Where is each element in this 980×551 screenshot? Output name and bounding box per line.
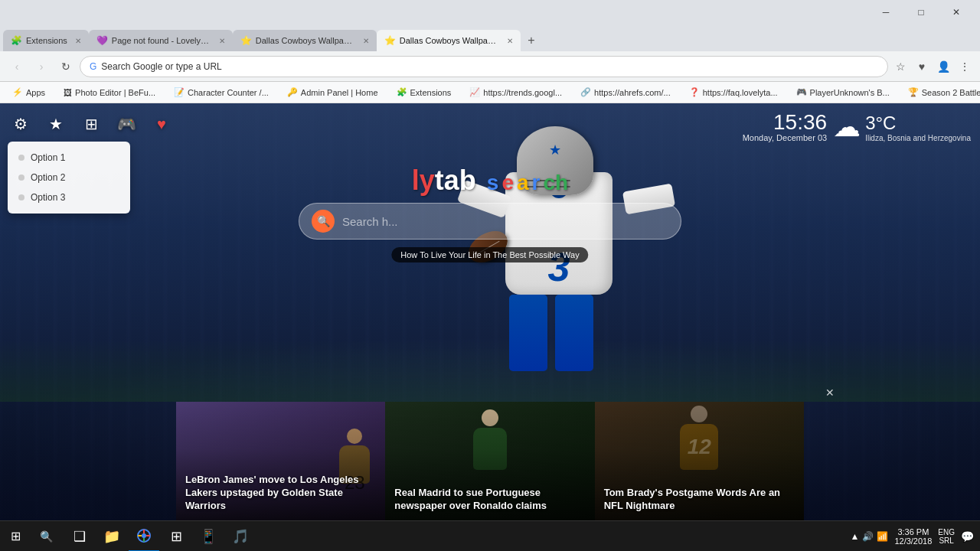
dropdown-item-1[interactable]: Option 1 xyxy=(8,148,130,168)
bookmark-icon-ahrefs: 🔗 xyxy=(580,87,591,97)
tab-close-extensions[interactable]: ✕ xyxy=(75,37,81,45)
cloud-icon: ☁ xyxy=(833,111,861,143)
start-button[interactable]: ⊞ xyxy=(0,521,31,552)
bookmark-icon-char: 📝 xyxy=(174,87,185,97)
new-tab-button[interactable]: + xyxy=(521,30,542,51)
taskbar-app1[interactable]: ⊞ xyxy=(161,521,191,552)
menu-icon[interactable]: ⋮ xyxy=(956,57,974,76)
tab-lovelytab[interactable]: 💜 Page not found - Lovely Tab ✕ xyxy=(89,30,233,51)
notification-icon[interactable]: 💬 xyxy=(961,530,974,543)
news-content-2: Real Madrid to sue Portuguese newspaper … xyxy=(385,479,594,520)
pants-left xyxy=(509,295,547,371)
lytab-logo-text: lytab search xyxy=(412,165,568,197)
bookmark-star-icon[interactable]: ☆ xyxy=(891,57,910,76)
bookmark-ahrefs[interactable]: 🔗 https://ahrefs.com/... xyxy=(574,86,677,99)
close-button[interactable]: ✕ xyxy=(939,0,974,24)
task-view-button[interactable]: ❑ xyxy=(64,521,95,552)
tab-extensions[interactable]: 🧩 Extensions ✕ xyxy=(3,30,89,51)
forward-button[interactable]: › xyxy=(31,56,52,77)
tab-cowboys2-active[interactable]: ⭐ Dallas Cowboys Wallpaper HD & Ne... ✕ xyxy=(377,30,521,51)
search-icon: 🔍 xyxy=(312,210,335,233)
weather-widget: 15:36 Monday, December 03 ☁ 3°C Ilidza, … xyxy=(743,111,971,143)
bookmark-trends[interactable]: 📈 https://trends.googl... xyxy=(463,86,568,99)
taskbar-clock: 3:36 PM 12/3/2018 xyxy=(894,527,932,546)
heart-icon[interactable]: ♥ xyxy=(913,57,931,76)
bookmark-label-apps: Apps xyxy=(26,88,45,97)
tab-close-cowboys2[interactable]: ✕ xyxy=(507,37,513,45)
news-card-3[interactable]: 12 Tom Brady's Postgame Words Are an NFL… xyxy=(595,402,804,520)
reload-button[interactable]: ↻ xyxy=(55,56,77,77)
back-button[interactable]: ‹ xyxy=(6,56,28,77)
bookmark-icon-ext: 🧩 xyxy=(397,87,407,97)
minimize-button[interactable]: ─ xyxy=(868,0,903,24)
logo-ly: ly xyxy=(412,165,435,196)
chrome-button[interactable] xyxy=(129,521,159,552)
network-icon[interactable]: 📶 xyxy=(877,531,888,542)
taskbar-app2[interactable]: 📱 xyxy=(193,521,224,552)
favorites-icon[interactable]: ★ xyxy=(44,112,67,135)
logo-ch: ch xyxy=(544,171,569,195)
news-close-button[interactable]: ✕ xyxy=(825,386,835,399)
news-title-2: Real Madrid to sue Portuguese newspaper … xyxy=(394,487,585,513)
pants-right xyxy=(555,295,593,371)
bookmark-ext[interactable]: 🧩 Extensions xyxy=(390,86,458,99)
search-tooltip: How To Live Your Life in The Best Possib… xyxy=(391,247,588,262)
bookmark-photo[interactable]: 🖼 Photo Editor | BeFu... xyxy=(57,86,162,99)
browser-window: ─ □ ✕ 🧩 Extensions ✕ 💜 Page not found - … xyxy=(0,0,980,520)
bookmark-icon-photo: 🖼 xyxy=(64,88,72,97)
bookmark-char[interactable]: 📝 Character Counter /... xyxy=(168,86,275,99)
dropdown-item-3[interactable]: Option 3 xyxy=(8,187,130,207)
bookmark-player[interactable]: 🎮 PlayerUnknown's B... xyxy=(790,86,896,99)
bookmark-icon-player: 🎮 xyxy=(796,87,807,97)
tab-favicon-cowboys1: ⭐ xyxy=(240,35,251,46)
svg-point-1 xyxy=(142,533,146,538)
taskbar-time: 3:36 PM xyxy=(897,527,929,536)
tab-favicon-lovelytab: 💜 xyxy=(96,35,107,46)
nav-right-icons: ☆ ♥ 👤 ⋮ xyxy=(891,57,974,76)
system-tray-up-icon[interactable]: ▲ xyxy=(851,531,860,542)
maximize-button[interactable]: □ xyxy=(903,0,939,24)
file-explorer-button[interactable]: 📁 xyxy=(96,521,127,552)
settings-icon[interactable]: ⚙ xyxy=(9,112,32,135)
bookmark-label-ext: Extensions xyxy=(410,88,452,97)
dropdown-label-3: Option 3 xyxy=(31,192,65,203)
tab-cowboys1[interactable]: ⭐ Dallas Cowboys Wallpaper HD & Ne... ✕ xyxy=(233,30,377,51)
language-code: ENG xyxy=(938,528,955,536)
taskbar-system-tray: ▲ 🔊 📶 3:36 PM 12/3/2018 ENG SRL 💬 xyxy=(844,527,981,546)
weather-info-block: ☁ 3°C Ilidza, Bosnia and Herzegovina xyxy=(833,111,971,143)
bookmark-label-battle: Season 2 Battle Pass... xyxy=(922,88,980,97)
bookmark-label-player: PlayerUnknown's B... xyxy=(810,88,890,97)
heart-page-icon[interactable]: ♥ xyxy=(150,112,173,135)
dropdown-dot-2 xyxy=(18,174,24,181)
search-bar: 🔍 xyxy=(299,203,681,240)
volume-icon[interactable]: 🔊 xyxy=(862,531,874,542)
logo-search-part: search xyxy=(487,171,568,195)
games-icon[interactable]: 🎮 xyxy=(115,112,138,135)
logo-s: s xyxy=(487,171,499,195)
tab-close-lovelytab[interactable]: ✕ xyxy=(219,37,225,45)
bookmark-faq[interactable]: ❓ https://faq.lovelyta... xyxy=(683,86,784,99)
dropdown-item-2[interactable]: Option 2 xyxy=(8,168,130,187)
bookmark-icon-admin: 🔑 xyxy=(287,87,298,97)
bookmark-label-ahrefs: https://ahrefs.com/... xyxy=(594,88,671,97)
apps-grid-icon[interactable]: ⊞ xyxy=(80,112,103,135)
news-card-1[interactable]: 23 LeBron James' move to Los Angeles Lak… xyxy=(176,402,385,520)
taskbar-search-button[interactable]: 🔍 xyxy=(31,521,61,552)
temperature-display: 3°C xyxy=(865,112,971,134)
bookmark-apps[interactable]: ⚡ Apps xyxy=(6,86,51,99)
logo-a: a xyxy=(517,171,529,195)
bookmarks-bar: ⚡ Apps 🖼 Photo Editor | BeFu... 📝 Charac… xyxy=(0,82,980,103)
bookmark-battle[interactable]: 🏆 Season 2 Battle Pass... xyxy=(902,86,980,99)
page-content: NFL 3 ★ ⚙ ★ xyxy=(0,103,980,520)
tab-close-cowboys1[interactable]: ✕ xyxy=(363,37,369,45)
tabs-bar: 🧩 Extensions ✕ 💜 Page not found - Lovely… xyxy=(0,24,980,51)
taskbar-app3[interactable]: 🎵 xyxy=(225,521,256,552)
address-bar[interactable]: G Search Google or type a URL xyxy=(80,56,888,77)
profile-icon[interactable]: 👤 xyxy=(934,57,952,76)
bookmark-label-faq: https://faq.lovelyta... xyxy=(703,88,778,97)
news-card-2[interactable]: Real Madrid to sue Portuguese newspaper … xyxy=(385,402,594,520)
bookmark-admin[interactable]: 🔑 Admin Panel | Home xyxy=(281,86,384,99)
tab-favicon-cowboys2: ⭐ xyxy=(384,35,395,46)
dropdown-dot-3 xyxy=(18,194,24,201)
search-input[interactable] xyxy=(342,215,668,228)
